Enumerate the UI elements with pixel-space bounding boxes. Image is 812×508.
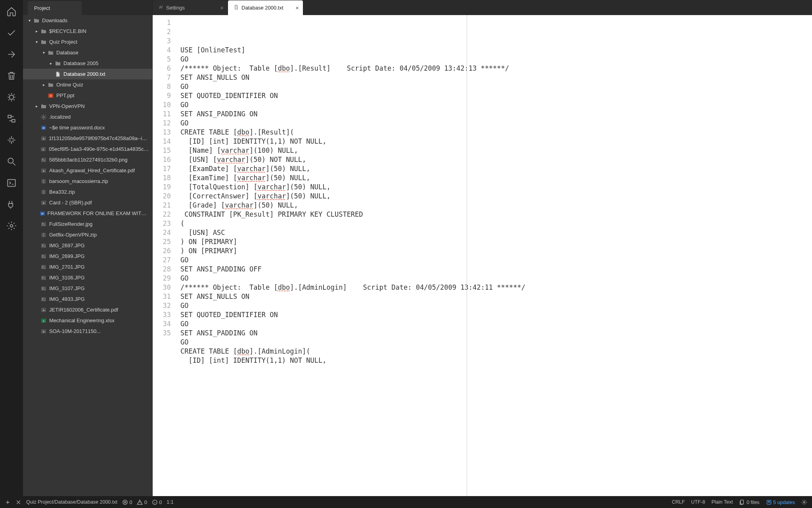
tree-item[interactable]: Bea332.zip (23, 187, 152, 197)
tree-item[interactable]: IMG_2697.JPG (23, 240, 152, 251)
tree-item-label: FullSizeRender.jpg (49, 221, 92, 227)
tree-item[interactable]: IMG_4933.JPG (23, 294, 152, 304)
code-area[interactable]: USE [OnlineTest]GO/****** Object: Table … (176, 15, 812, 496)
ppt-icon: P (47, 92, 55, 99)
status-path[interactable]: Quiz Project/Database/Database 2000.txt (26, 499, 117, 505)
svg-rect-46 (741, 500, 744, 504)
img-icon (40, 157, 48, 163)
svg-text:P: P (50, 94, 52, 97)
tree-item[interactable]: Getflix-OpenVPN.zip (23, 229, 152, 240)
code-line: [Grade] [varchar](50) NULL, (180, 201, 812, 210)
svg-text:A: A (43, 309, 44, 311)
activity-bar (0, 0, 23, 496)
tree-item[interactable]: ACard - 2 (SBR).pdf (23, 197, 152, 208)
svg-point-1 (8, 158, 13, 163)
tree-item[interactable]: A1f131205b6e9579f0975b47c4258a09a--india (23, 133, 152, 144)
tree-item-label: 585bbb3acb11b227491c32b0.png (49, 157, 127, 163)
tree-item[interactable]: ▸Database 2005 (23, 58, 152, 69)
status-errors[interactable]: 0 (122, 499, 132, 505)
tree-item[interactable]: AJETIR1602006_Certificate.pdf (23, 304, 152, 315)
status-warnings[interactable]: 0 (137, 499, 147, 505)
tree-item[interactable]: ▸$RECYCLE.BIN (23, 26, 152, 37)
folder-icon (54, 60, 62, 67)
status-close-icon[interactable] (15, 499, 21, 505)
expand-arrow-icon[interactable]: ▸ (33, 29, 40, 33)
tree-item[interactable]: W~$e time password.docx (23, 122, 152, 133)
tree-item[interactable]: .localized (23, 112, 152, 122)
editor[interactable]: 1234567891011121314151617181920212223242… (153, 15, 812, 496)
status-position[interactable]: 1:1 (167, 499, 173, 505)
sidebar-tab-project[interactable]: Project (28, 1, 82, 15)
home-icon[interactable] (6, 6, 17, 17)
expand-arrow-icon[interactable]: ▾ (33, 40, 40, 44)
settings-icon (158, 4, 164, 11)
status-language[interactable]: Plain Text (711, 499, 733, 505)
expand-arrow-icon[interactable]: ▸ (33, 104, 40, 108)
extensions-icon[interactable] (6, 135, 17, 145)
status-encoding[interactable]: UTF-8 (691, 499, 705, 505)
search-icon[interactable] (6, 156, 17, 167)
plug-icon[interactable] (6, 199, 17, 210)
code-line: [TotalQuestion] [varchar](50) NULL, (180, 183, 812, 192)
svg-rect-34 (41, 286, 46, 291)
img-icon (40, 264, 48, 270)
tree-item[interactable]: WFRAMEWORK FOR ONLINE EXAM WITH GRAPH (23, 208, 152, 219)
tree-item[interactable]: AAkash_Agrawal_Hired_Certificate.pdf (23, 165, 152, 176)
trash-icon[interactable] (6, 71, 17, 81)
tree-item[interactable]: ▸VPN-OpenVPN (23, 101, 152, 112)
status-updates[interactable]: 5 updates (766, 499, 795, 505)
expand-arrow-icon[interactable]: ▸ (40, 83, 47, 87)
file-tree[interactable]: ▾Downloads▸$RECYCLE.BIN▾Quiz Project▾Dat… (23, 15, 152, 496)
tree-item[interactable]: IMG_2701.JPG (23, 262, 152, 272)
expand-arrow-icon[interactable]: ▾ (40, 50, 47, 55)
tree-item[interactable]: Database 2000.txt (23, 69, 152, 79)
status-eol[interactable]: CRLF (672, 499, 685, 505)
img-icon (40, 253, 48, 260)
folder-icon (40, 39, 48, 45)
tree-item[interactable]: XMechanical Engineering.xlsx (23, 315, 152, 326)
close-icon[interactable]: × (220, 4, 224, 11)
check-icon[interactable] (6, 28, 17, 38)
status-info[interactable]: 0 (152, 499, 162, 505)
code-line: GO (180, 82, 812, 91)
tree-item[interactable]: IMG_3107.JPG (23, 283, 152, 294)
tree-item[interactable]: A05ecf6f5-1aa3-490e-975c-e1d451a4835c.pd… (23, 144, 152, 154)
status-gear-icon[interactable] (801, 499, 807, 505)
tree-item-label: FRAMEWORK FOR ONLINE EXAM WITH GRAPH (47, 210, 150, 216)
tree-item[interactable]: 585bbb3acb11b227491c32b0.png (23, 154, 152, 165)
tree-item[interactable]: ▾Downloads (23, 15, 152, 26)
tree-item[interactable]: IMG_2699.JPG (23, 251, 152, 262)
bug-icon[interactable] (6, 92, 17, 102)
word-icon: W (39, 210, 46, 217)
svg-point-24 (42, 223, 44, 224)
arrow-right-icon[interactable] (6, 49, 17, 60)
tree-item[interactable]: ▸Online Quiz (23, 79, 152, 90)
terminal-icon[interactable] (6, 178, 17, 188)
pdf-icon: A (40, 135, 48, 142)
zip-icon (40, 232, 48, 238)
tree-item-label: VPN-OpenVPN (49, 103, 85, 109)
tree-item[interactable]: barsoom_macossierra.zip (23, 176, 152, 187)
tree-item[interactable]: ASOA-10M-20171150... (23, 326, 152, 337)
expand-arrow-icon[interactable]: ▾ (26, 18, 33, 23)
status-files[interactable]: 0 files (739, 499, 759, 505)
folder-icon (40, 103, 48, 110)
line-gutter: 1234567891011121314151617181920212223242… (153, 15, 176, 496)
gear-icon[interactable] (6, 221, 17, 231)
close-icon[interactable]: × (295, 4, 299, 11)
expand-arrow-icon[interactable]: ▸ (48, 61, 54, 65)
svg-point-29 (42, 255, 44, 256)
tree-item[interactable]: ▾Quiz Project (23, 37, 152, 47)
tree-item[interactable]: PPPT.ppt (23, 90, 152, 101)
editor-tab[interactable]: Settings× (153, 0, 228, 15)
diff-icon[interactable] (6, 114, 17, 124)
tree-item-label: IMG_4933.JPG (49, 296, 85, 302)
editor-tab[interactable]: Database 2000.txt× (228, 0, 303, 15)
tree-item[interactable]: IMG_3106.JPG (23, 272, 152, 283)
svg-rect-36 (41, 297, 46, 301)
tree-item[interactable]: ▾Database (23, 47, 152, 58)
status-add-icon[interactable] (5, 499, 11, 505)
folder-icon (33, 17, 40, 24)
tree-item-label: Database 2005 (63, 60, 98, 66)
tree-item[interactable]: FullSizeRender.jpg (23, 219, 152, 229)
